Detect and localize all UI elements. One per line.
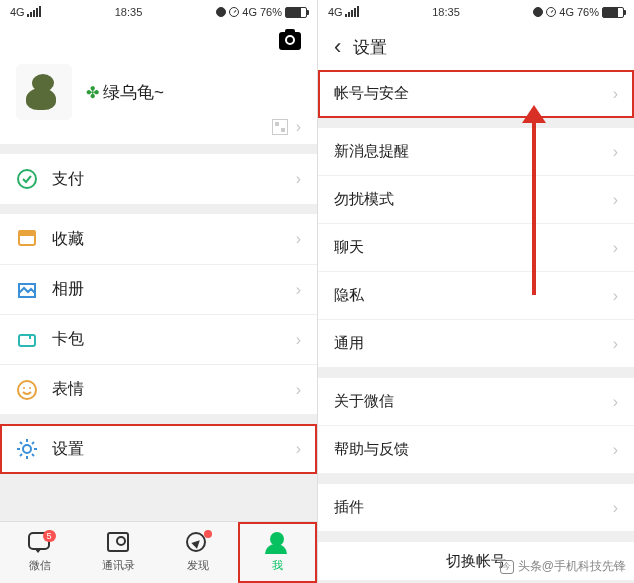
- menu-label: 收藏: [52, 229, 296, 250]
- settings-general[interactable]: 通用 ›: [318, 320, 634, 368]
- settings-about[interactable]: 关于微信 ›: [318, 378, 634, 426]
- battery-icon: [285, 7, 307, 18]
- dnd-icon: [216, 7, 226, 17]
- chevron-right-icon: ›: [296, 281, 301, 299]
- svg-point-5: [18, 381, 36, 399]
- chevron-right-icon: ›: [613, 191, 618, 209]
- svg-line-14: [32, 454, 34, 456]
- alarm-icon: [546, 7, 556, 17]
- cards-icon: [16, 329, 38, 351]
- item-label: 插件: [334, 498, 613, 517]
- watermark-icon: 今: [500, 560, 514, 574]
- svg-point-6: [23, 387, 25, 389]
- chevron-right-icon: ›: [613, 393, 618, 411]
- item-label: 帐号与安全: [334, 84, 613, 103]
- svg-line-16: [20, 454, 22, 456]
- chevron-right-icon: ›: [613, 287, 618, 305]
- item-label: 关于微信: [334, 392, 613, 411]
- tab-discover[interactable]: 发现: [159, 522, 238, 583]
- tab-chats[interactable]: 5 微信: [0, 522, 79, 583]
- menu-emoji[interactable]: 表情 ›: [0, 364, 317, 414]
- svg-point-0: [18, 170, 36, 188]
- settings-account-security[interactable]: 帐号与安全 ›: [318, 70, 634, 118]
- tab-contacts[interactable]: 通讯录: [79, 522, 158, 583]
- favorites-icon: [16, 228, 38, 250]
- tab-label: 我: [272, 558, 283, 573]
- tab-label: 通讯录: [102, 558, 135, 573]
- svg-line-15: [32, 442, 34, 444]
- settings-notifications[interactable]: 新消息提醒 ›: [318, 128, 634, 176]
- svg-line-13: [20, 442, 22, 444]
- watermark: 今 头条@手机科技先锋: [500, 558, 626, 575]
- clover-icon: ✤: [86, 83, 99, 102]
- network-label: 4G: [328, 6, 343, 18]
- network-label-2: 4G: [242, 6, 257, 18]
- badge: 5: [43, 530, 56, 542]
- emoji-icon: [16, 379, 38, 401]
- dnd-icon: [533, 7, 543, 17]
- chevron-right-icon: ›: [296, 331, 301, 349]
- avatar: [16, 64, 72, 120]
- item-label: 帮助与反馈: [334, 440, 613, 459]
- tab-label: 发现: [187, 558, 209, 573]
- switch-account-label: 切换帐号: [446, 552, 506, 571]
- chevron-right-icon: ›: [613, 499, 618, 517]
- battery-pct: 76%: [260, 6, 282, 18]
- chevron-right-icon: ›: [296, 118, 301, 136]
- chevron-right-icon: ›: [613, 441, 618, 459]
- menu-album[interactable]: 相册 ›: [0, 264, 317, 314]
- menu-cards[interactable]: 卡包 ›: [0, 314, 317, 364]
- svg-point-8: [23, 445, 31, 453]
- menu-settings[interactable]: 设置 ›: [0, 424, 317, 474]
- back-button[interactable]: ‹: [326, 34, 349, 60]
- settings-dnd[interactable]: 勿扰模式 ›: [318, 176, 634, 224]
- network-label-2: 4G: [559, 6, 574, 18]
- battery-icon: [602, 7, 624, 18]
- svg-point-7: [29, 387, 31, 389]
- menu-favorites[interactable]: 收藏 ›: [0, 214, 317, 264]
- pay-icon: [16, 168, 38, 190]
- camera-row: [0, 24, 317, 54]
- chevron-right-icon: ›: [296, 230, 301, 248]
- item-label: 新消息提醒: [334, 142, 613, 161]
- chevron-right-icon: ›: [613, 335, 618, 353]
- tab-bar: 5 微信 通讯录 发现 我: [0, 521, 317, 583]
- settings-privacy[interactable]: 隐私 ›: [318, 272, 634, 320]
- signal-icon: [345, 7, 359, 17]
- left-screen: 4G 18:35 4G 76% ✤ 绿乌龟~ ›: [0, 0, 317, 583]
- gear-icon: [16, 438, 38, 460]
- status-bar: 4G 18:35 4G 76%: [0, 0, 317, 24]
- settings-plugins[interactable]: 插件 ›: [318, 484, 634, 532]
- battery-pct: 76%: [577, 6, 599, 18]
- menu-label: 表情: [52, 379, 296, 400]
- watermark-text: 头条@手机科技先锋: [518, 558, 626, 575]
- clock: 18:35: [432, 6, 460, 18]
- item-label: 勿扰模式: [334, 190, 613, 209]
- alarm-icon: [229, 7, 239, 17]
- notification-dot: [204, 530, 212, 538]
- item-label: 隐私: [334, 286, 613, 305]
- item-label: 通用: [334, 334, 613, 353]
- chevron-right-icon: ›: [296, 170, 301, 188]
- settings-help[interactable]: 帮助与反馈 ›: [318, 426, 634, 474]
- profile-section[interactable]: ✤ 绿乌龟~ ›: [0, 54, 317, 144]
- settings-chat[interactable]: 聊天 ›: [318, 224, 634, 272]
- menu-label: 卡包: [52, 329, 296, 350]
- camera-icon[interactable]: [279, 32, 301, 50]
- chevron-right-icon: ›: [296, 381, 301, 399]
- menu-label: 设置: [52, 439, 296, 460]
- menu-label: 相册: [52, 279, 296, 300]
- tab-me[interactable]: 我: [238, 522, 317, 583]
- svg-rect-4: [19, 335, 35, 346]
- chevron-right-icon: ›: [613, 239, 618, 257]
- nickname: ✤ 绿乌龟~: [86, 81, 164, 104]
- status-bar: 4G 18:35 4G 76%: [318, 0, 634, 24]
- network-label: 4G: [10, 6, 25, 18]
- nickname-text: 绿乌龟~: [103, 81, 164, 104]
- album-icon: [16, 279, 38, 301]
- menu-pay[interactable]: 支付 ›: [0, 154, 317, 204]
- item-label: 聊天: [334, 238, 613, 257]
- chevron-right-icon: ›: [296, 440, 301, 458]
- chevron-right-icon: ›: [613, 85, 618, 103]
- qrcode-icon[interactable]: [272, 119, 288, 135]
